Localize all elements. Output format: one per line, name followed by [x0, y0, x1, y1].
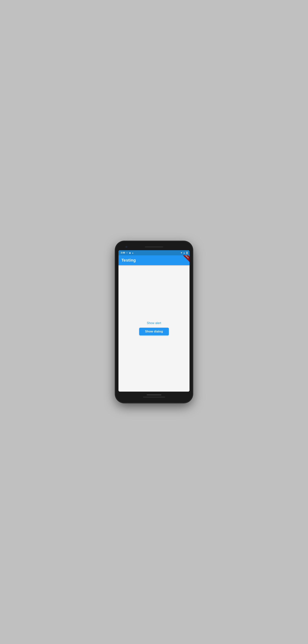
battery-icon: ▐ — [186, 252, 187, 254]
wifi-icon: ▼ — [180, 252, 182, 254]
status-right: ▼ ▲ ▐ — [180, 252, 187, 254]
main-content: Show alert Show dialog — [118, 265, 190, 392]
status-time: 3:06 — [121, 252, 125, 254]
notification-icon: ▲ — [132, 252, 134, 254]
bottom-bezel — [118, 392, 190, 400]
show-alert-link[interactable]: Show alert — [147, 322, 161, 325]
nav-bar — [143, 397, 165, 398]
speaker-bar — [145, 246, 163, 248]
top-bezel — [118, 244, 190, 250]
app-title: Testing — [122, 258, 136, 263]
status-left: 3:06 🛡 ▣ ▲ — [121, 252, 134, 254]
app-bar: Testing DEBUG — [118, 255, 190, 265]
signal-icon: ▲ — [183, 252, 185, 254]
shield-icon: 🛡 — [126, 252, 128, 254]
front-camera — [126, 246, 127, 248]
screen: 3:06 🛡 ▣ ▲ ▼ ▲ ▐ Testing DEBUG Show aler… — [118, 250, 190, 392]
phone-frame: 3:06 🛡 ▣ ▲ ▼ ▲ ▐ Testing DEBUG Show aler… — [116, 242, 192, 402]
sim-icon: ▣ — [129, 252, 131, 254]
show-dialog-button[interactable]: Show dialog — [139, 328, 169, 335]
debug-ribbon: DEBUG — [180, 255, 190, 262]
status-bar: 3:06 🛡 ▣ ▲ ▼ ▲ ▐ — [118, 250, 190, 255]
home-bar — [147, 394, 161, 395]
